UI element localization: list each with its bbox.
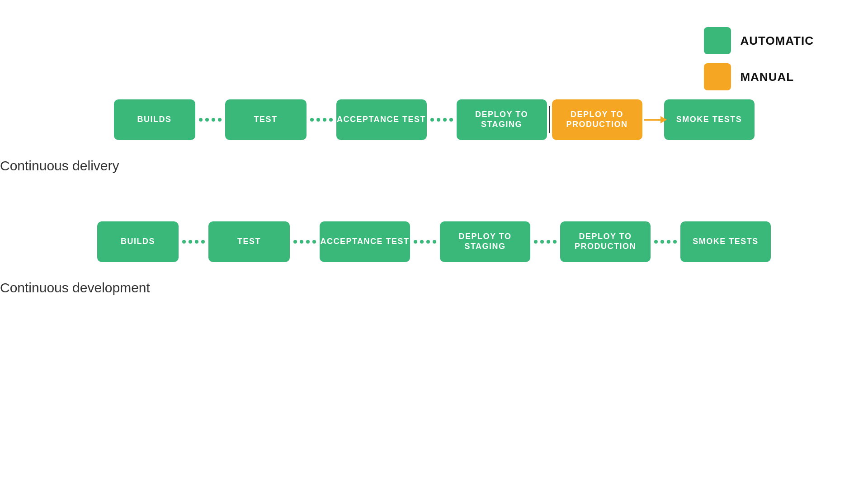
legend-manual: MANUAL (704, 63, 814, 90)
development-builds-box: BUILDS (97, 221, 179, 262)
legend-automatic: AUTOMATIC (704, 27, 814, 54)
legend-manual-label: MANUAL (740, 70, 794, 84)
delivery-builds-box: BUILDS (114, 99, 195, 140)
connector-arrow-1 (642, 119, 664, 121)
delivery-deploy-staging-box: DEPLOY TO STAGING (457, 99, 547, 140)
manual-barrier (547, 106, 552, 133)
development-smoke-box: SMOKE TESTS (680, 221, 771, 262)
dev-connector-dot-2 (290, 240, 320, 244)
legend-manual-box (704, 63, 731, 90)
development-test-box: TEST (208, 221, 290, 262)
delivery-test-box: TEST (225, 99, 307, 140)
continuous-development-section: BUILDS TEST ACCEPTANCE T (0, 221, 868, 296)
development-deploy-prod-box: DEPLOY TO PRODUCTION (560, 221, 651, 262)
connector-dot-2 (307, 118, 336, 122)
legend-automatic-label: AUTOMATIC (740, 34, 814, 48)
delivery-pipeline-row: BUILDS TEST ACCEPTANCE T (0, 99, 868, 140)
continuous-delivery-section: BUILDS TEST ACCEPTANCE T (0, 99, 868, 174)
delivery-label: Continuous delivery (0, 158, 868, 174)
dev-connector-dot-3 (410, 240, 440, 244)
legend: AUTOMATIC MANUAL (704, 27, 814, 90)
connector-dot-3 (427, 118, 457, 122)
delivery-acceptance-box: ACCEPTANCE TEST (336, 99, 427, 140)
development-deploy-staging-box: DEPLOY TO STAGING (440, 221, 530, 262)
legend-automatic-box (704, 27, 731, 54)
development-label: Continuous development (0, 280, 868, 296)
dev-connector-dot-4 (530, 240, 560, 244)
delivery-deploy-prod-box: DEPLOY TO PRODUCTION (552, 99, 642, 140)
connector-dot-1 (195, 118, 225, 122)
dev-connector-dot-1 (179, 240, 208, 244)
delivery-smoke-box: SMOKE TESTS (664, 99, 755, 140)
development-acceptance-box: ACCEPTANCE TEST (320, 221, 410, 262)
development-pipeline-row: BUILDS TEST ACCEPTANCE T (0, 221, 868, 262)
dev-connector-dot-5 (651, 240, 680, 244)
